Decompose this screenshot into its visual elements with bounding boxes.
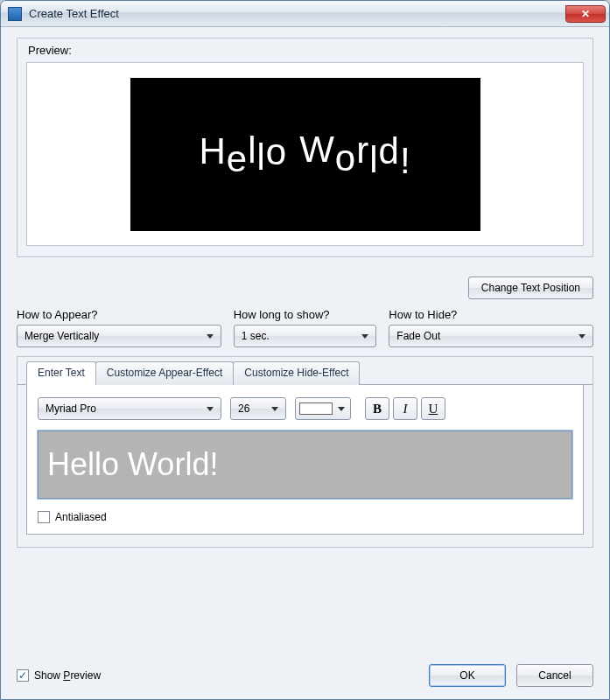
text-input[interactable]	[38, 430, 572, 499]
preview-label: Preview:	[28, 44, 584, 57]
antialias-label: Antialiased	[55, 511, 107, 523]
antialias-row: Antialiased	[38, 511, 572, 523]
footer: Show Preview OK Cancel	[17, 655, 593, 687]
show-preview-row: Show Preview	[17, 669, 101, 682]
preview-box: H e l l o W o r l d !	[26, 62, 584, 246]
duration-value: 1 sec.	[242, 330, 270, 342]
client-area: Preview: H e l l o W o r l d !	[1, 27, 609, 699]
ok-button[interactable]: OK	[429, 664, 506, 687]
font-size-value: 26	[238, 402, 249, 415]
hide-combo[interactable]: Fade Out	[389, 325, 593, 347]
change-position-row: Change Text Position	[17, 276, 593, 299]
font-family-combo[interactable]: Myriad Pro	[38, 397, 221, 420]
duration-combo[interactable]: 1 sec.	[234, 325, 377, 347]
footer-buttons: OK Cancel	[429, 664, 593, 687]
appear-value: Merge Vertically	[25, 330, 99, 342]
effect-options-row: How to Appear? Merge Vertically How long…	[17, 308, 593, 347]
underline-button[interactable]: U	[421, 397, 445, 420]
tab-body: Myriad Pro 26 B I U	[26, 385, 584, 535]
color-swatch	[299, 402, 333, 415]
change-text-position-button[interactable]: Change Text Position	[468, 276, 593, 299]
tab-customize-hide[interactable]: Customize Hide-Effect	[233, 361, 360, 385]
font-size-combo[interactable]: 26	[230, 397, 286, 420]
tabstrip: Enter Text Customize Appear-Effect Custo…	[18, 357, 592, 385]
tab-enter-text[interactable]: Enter Text	[26, 361, 96, 385]
app-icon	[8, 7, 22, 21]
show-preview-checkbox[interactable]	[17, 669, 29, 682]
show-preview-label: Show Preview	[34, 669, 101, 682]
preview-canvas: H e l l o W o r l d !	[130, 78, 480, 231]
appear-label: How to Appear?	[17, 308, 221, 321]
hide-col: How to Hide? Fade Out	[389, 308, 593, 347]
dialog-window: Create Text Effect ✕ Preview: H e l l o …	[0, 0, 610, 700]
duration-label: How long to show?	[234, 308, 377, 321]
font-row: Myriad Pro 26 B I U	[38, 397, 572, 420]
bold-button[interactable]: B	[365, 397, 389, 420]
duration-col: How long to show? 1 sec.	[234, 308, 377, 347]
cancel-button[interactable]: Cancel	[516, 664, 593, 687]
window-title: Create Text Effect	[29, 7, 119, 20]
tab-customize-appear[interactable]: Customize Appear-Effect	[95, 361, 235, 385]
appear-combo[interactable]: Merge Vertically	[17, 325, 221, 347]
hide-value: Fade Out	[396, 330, 440, 342]
tabs-container: Enter Text Customize Appear-Effect Custo…	[17, 356, 593, 548]
font-family-value: Myriad Pro	[46, 402, 96, 415]
close-icon: ✕	[581, 8, 590, 20]
font-color-picker[interactable]	[295, 397, 351, 420]
antialias-checkbox[interactable]	[38, 511, 50, 523]
italic-button[interactable]: I	[393, 397, 417, 420]
hide-label: How to Hide?	[389, 308, 593, 321]
appear-col: How to Appear? Merge Vertically	[17, 308, 221, 347]
titlebar[interactable]: Create Text Effect ✕	[1, 1, 609, 27]
preview-group: Preview: H e l l o W o r l d !	[17, 38, 593, 257]
close-button[interactable]: ✕	[565, 5, 606, 23]
